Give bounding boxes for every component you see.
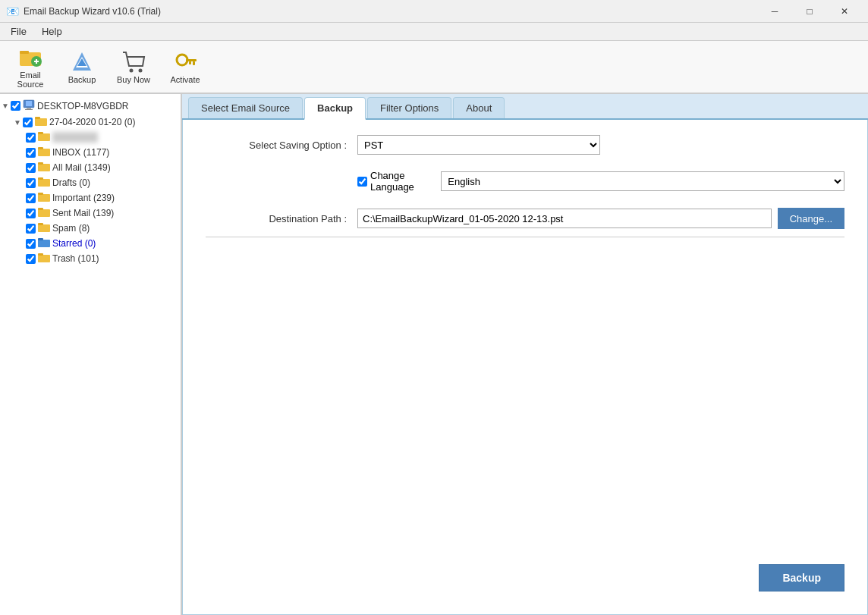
saving-option-label: Select Saving Option : <box>206 140 357 151</box>
maximize-button[interactable]: □ <box>792 0 827 23</box>
starred-label: Starred (0) <box>52 238 96 249</box>
tree-root[interactable]: ▼ DESKTOP-M8VGBDR <box>0 97 181 115</box>
svg-rect-18 <box>35 118 47 126</box>
account-checkbox[interactable] <box>26 133 36 143</box>
svg-rect-13 <box>189 61 191 64</box>
tab-select-email-source[interactable]: Select Email Source <box>188 97 303 118</box>
activate-icon <box>173 49 197 74</box>
tree-drafts[interactable]: Drafts (0) <box>0 175 181 190</box>
activate-button[interactable]: Activate <box>161 44 209 89</box>
tree-inbox[interactable]: INBOX (1177) <box>0 145 181 160</box>
email-source-label: Email Source <box>6 71 55 89</box>
svg-rect-19 <box>35 117 40 119</box>
svg-point-9 <box>139 69 143 73</box>
email-source-button[interactable]: Email Source <box>6 44 55 89</box>
backup-button[interactable]: Backup <box>759 564 844 591</box>
trash-checkbox[interactable] <box>26 254 36 264</box>
sentmail-checkbox[interactable] <box>26 209 36 218</box>
tree-allmail[interactable]: All Mail (1349) <box>0 160 181 175</box>
svg-rect-15 <box>26 101 32 106</box>
menu-file[interactable]: File <box>3 24 34 39</box>
tab-backup[interactable]: Backup <box>304 97 366 120</box>
svg-rect-29 <box>38 193 43 195</box>
saving-option-control: PST MBOX EML MSG PDF HTML DOCX <box>357 135 600 155</box>
svg-rect-32 <box>38 224 50 232</box>
trash-label: Trash (101) <box>52 253 99 264</box>
spam-folder-icon <box>38 222 50 234</box>
app-icon: 📧 <box>6 5 19 17</box>
allmail-folder-icon <box>38 162 50 174</box>
buy-now-icon <box>121 49 146 74</box>
svg-rect-20 <box>38 133 50 141</box>
minimize-button[interactable]: ─ <box>757 0 792 23</box>
menubar: File Help <box>0 23 868 41</box>
email-source-icon <box>18 45 42 69</box>
backup-button-row: Backup <box>759 564 844 591</box>
trash-folder-icon <box>38 253 50 265</box>
allmail-checkbox[interactable] <box>26 163 36 173</box>
menu-help[interactable]: Help <box>34 24 70 39</box>
tab-bar: Select Email Source Backup Filter Option… <box>182 94 868 120</box>
tree-trash[interactable]: Trash (101) <box>0 251 181 266</box>
svg-rect-25 <box>38 162 43 165</box>
drafts-folder-icon <box>38 177 50 189</box>
destination-input[interactable] <box>357 209 772 228</box>
inbox-checkbox[interactable] <box>26 148 36 158</box>
saving-option-row: Select Saving Option : PST MBOX EML MSG … <box>206 135 844 155</box>
spam-label: Spam (8) <box>52 223 90 234</box>
tree-important[interactable]: Important (239) <box>0 190 181 206</box>
tab-filter-options[interactable]: Filter Options <box>367 97 451 118</box>
titlebar-controls: ─ □ ✕ <box>757 0 862 23</box>
saving-option-select[interactable]: PST MBOX EML MSG PDF HTML DOCX <box>357 135 600 155</box>
tree-spam[interactable]: Spam (8) <box>0 221 181 236</box>
destination-row: Destination Path : Change... <box>206 208 844 229</box>
tree-date-folder[interactable]: ▼ 27-04-2020 01-20 (0) <box>0 115 181 130</box>
svg-rect-21 <box>38 132 43 134</box>
svg-rect-12 <box>193 61 195 65</box>
computer-icon <box>23 99 35 113</box>
important-folder-icon <box>38 192 50 204</box>
root-checkbox[interactable] <box>11 101 20 111</box>
tree-starred[interactable]: Starred (0) <box>0 236 181 251</box>
important-checkbox[interactable] <box>26 193 36 203</box>
change-language-label: Change Language <box>370 170 435 193</box>
tab-about[interactable]: About <box>453 97 505 118</box>
svg-rect-1 <box>20 51 29 54</box>
sidebar: ▼ DESKTOP-M8VGBDR ▼ 27 <box>0 94 182 615</box>
svg-rect-37 <box>38 253 43 256</box>
backup-toolbar-label: Backup <box>68 75 96 84</box>
date-checkbox[interactable] <box>23 118 33 127</box>
svg-rect-36 <box>38 255 50 262</box>
account-label: (0) <box>52 132 98 143</box>
svg-rect-4 <box>36 59 37 64</box>
important-label: Important (239) <box>52 193 115 203</box>
account-folder-icon <box>38 131 50 143</box>
toolbar: Email Source Backup Buy Now <box>0 41 868 94</box>
buy-now-button[interactable]: Buy Now <box>109 44 158 89</box>
tab-content-backup: Select Saving Option : PST MBOX EML MSG … <box>182 120 868 615</box>
svg-rect-33 <box>38 223 43 225</box>
buy-now-label: Buy Now <box>117 75 150 84</box>
main-layout: ▼ DESKTOP-M8VGBDR ▼ 27 <box>0 94 868 615</box>
date-expand-icon: ▼ <box>14 118 21 127</box>
drafts-label: Drafts (0) <box>52 177 90 188</box>
svg-rect-31 <box>38 208 43 210</box>
change-button[interactable]: Change... <box>778 208 844 229</box>
change-language-checkbox[interactable] <box>357 177 367 187</box>
close-button[interactable]: ✕ <box>827 0 862 23</box>
spam-checkbox[interactable] <box>26 224 36 234</box>
language-select[interactable]: English French German Spanish Italian <box>441 171 844 191</box>
tree-account[interactable]: (0) <box>0 130 181 145</box>
date-folder-icon <box>35 116 47 128</box>
inbox-label: INBOX (1177) <box>52 147 109 158</box>
svg-rect-24 <box>38 164 50 171</box>
drafts-checkbox[interactable] <box>26 178 36 188</box>
starred-checkbox[interactable] <box>26 239 36 249</box>
backup-toolbar-button[interactable]: Backup <box>58 44 106 89</box>
svg-rect-16 <box>27 108 31 109</box>
svg-point-8 <box>130 69 134 73</box>
tree-sentmail[interactable]: Sent Mail (139) <box>0 206 181 221</box>
titlebar-left: 📧 Email Backup Wizard v10.6 (Trial) <box>6 5 161 17</box>
destination-label: Destination Path : <box>206 213 357 224</box>
svg-rect-30 <box>38 209 50 217</box>
